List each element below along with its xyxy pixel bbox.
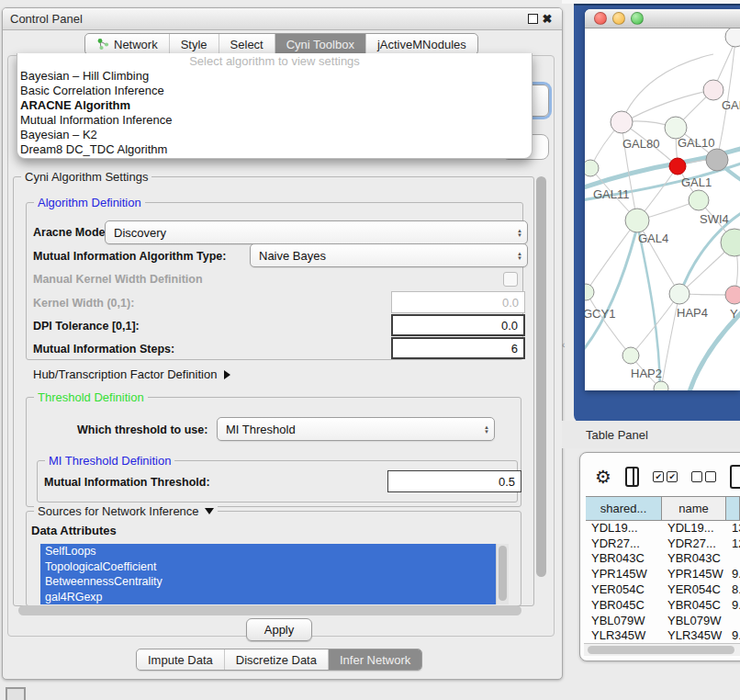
deselect-all-checkboxes-icon[interactable] xyxy=(691,471,716,482)
attribute-item[interactable]: TopologicalCoefficient xyxy=(40,559,499,575)
attribute-item[interactable]: BetweennessCentrality xyxy=(40,574,499,590)
manual-kernel-checkbox[interactable] xyxy=(503,272,518,287)
tab-select[interactable]: Select xyxy=(219,34,275,54)
expanded-arrow-icon xyxy=(205,508,214,514)
network-node[interactable] xyxy=(625,209,649,232)
table-row[interactable]: YBL079WYBL079W xyxy=(586,613,740,628)
table-body: YDL19...YDL19...13YDR27...YDR27...12YBR0… xyxy=(586,520,740,643)
mi-type-combo[interactable]: Naive Bayes ▲▼ xyxy=(250,243,528,267)
table-row[interactable]: YDL19...YDL19...13 xyxy=(586,520,740,536)
tab-impute-data[interactable]: Impute Data xyxy=(137,649,224,670)
network-edge[interactable] xyxy=(637,223,660,390)
sources-title[interactable]: Sources for Network Inference xyxy=(34,504,218,518)
table-row[interactable]: YBR045CYBR045C9. xyxy=(586,597,740,613)
collapsed-panel-icon[interactable] xyxy=(6,687,26,700)
network-node[interactable] xyxy=(622,347,639,364)
which-threshold-combo[interactable]: MI Threshold ▲▼ xyxy=(217,417,495,441)
dpi-tolerance-label: DPI Tolerance [0,1]: xyxy=(33,320,140,333)
table-horizontal-scrollbar[interactable] xyxy=(584,643,740,656)
network-icon xyxy=(96,38,109,51)
combo-arrows-icon: ▲▼ xyxy=(512,229,527,237)
network-node[interactable] xyxy=(611,111,633,133)
apply-button[interactable]: Apply xyxy=(246,618,312,641)
network-node[interactable] xyxy=(669,284,690,304)
splitter-handle[interactable]: ‹ xyxy=(562,340,565,350)
network-node[interactable] xyxy=(669,158,686,175)
tab-network[interactable]: Network xyxy=(85,34,169,54)
network-node[interactable] xyxy=(689,190,709,210)
table-row[interactable]: YER054CYER054C8. xyxy=(586,581,740,597)
column-header[interactable] xyxy=(726,497,740,520)
tab-style[interactable]: Style xyxy=(169,34,219,54)
dropdown-item[interactable]: Basic Correlation Inference xyxy=(17,84,532,98)
network-canvas[interactable]: GAL2GAL80GAL10GAL1GAL11SWI4GAL4GCY1HAP4Y… xyxy=(585,28,740,390)
gear-icon[interactable]: ⚙ xyxy=(595,468,611,486)
minimize-window-icon[interactable] xyxy=(612,12,625,25)
network-node[interactable] xyxy=(703,80,723,100)
data-attributes-list[interactable]: SelfLoopsTopologicalCoefficientBetweenne… xyxy=(40,544,509,604)
table-row[interactable]: YLR345WYLR345W9. xyxy=(586,628,740,643)
table-cell: 9. xyxy=(726,567,740,581)
zoom-window-icon[interactable] xyxy=(631,12,644,25)
table-row[interactable]: YDR27...YDR27...12 xyxy=(586,536,740,551)
attribute-item[interactable]: gal4RGexp xyxy=(40,590,499,605)
algorithm-definition-title: Algorithm Definition xyxy=(34,196,145,209)
network-edge[interactable] xyxy=(586,292,631,356)
table-cell: 12 xyxy=(726,536,740,550)
dpi-tolerance-field[interactable]: 0.0 xyxy=(391,314,525,336)
mi-threshold-label: Mutual Information Threshold: xyxy=(44,476,210,489)
combo-arrows-icon: ▲▼ xyxy=(479,425,494,434)
node-label: HAP4 xyxy=(677,306,708,320)
close-window-icon[interactable] xyxy=(594,12,607,25)
table-column-headers: shared...name xyxy=(586,496,740,521)
float-panel-icon[interactable] xyxy=(525,12,540,27)
tab-cyni-toolbox[interactable]: Cyni Toolbox xyxy=(275,34,365,54)
network-edge[interactable] xyxy=(621,90,713,124)
split-columns-icon[interactable] xyxy=(625,467,639,487)
network-node[interactable] xyxy=(654,381,668,390)
new-table-icon[interactable] xyxy=(730,465,740,489)
list-scrollbar[interactable] xyxy=(496,544,509,604)
hub-definition-toggle[interactable]: Hub/Transcription Factor Definition xyxy=(33,367,230,381)
dropdown-item[interactable]: Bayesian – Hill Climbing xyxy=(17,69,532,84)
network-edge[interactable] xyxy=(621,54,713,124)
network-node[interactable] xyxy=(706,149,728,171)
column-header[interactable]: shared... xyxy=(586,497,662,520)
table-cell: YBR043C xyxy=(662,551,726,565)
mi-type-label: Mutual Information Algorithm Type: xyxy=(33,250,226,263)
kernel-width-field[interactable]: 0.0 xyxy=(391,291,525,313)
tab-discretize-data[interactable]: Discretize Data xyxy=(224,649,328,670)
algorithm-dropdown-list: Select algorithm to view settings Bayesi… xyxy=(17,53,533,159)
select-all-checkboxes-icon[interactable]: ✔✔ xyxy=(653,471,678,482)
network-node[interactable] xyxy=(721,229,740,256)
mi-threshold-field[interactable]: 0.5 xyxy=(387,470,521,492)
settings-vertical-scrollbar[interactable] xyxy=(536,176,546,577)
network-node[interactable] xyxy=(585,284,594,300)
network-node[interactable] xyxy=(725,28,740,47)
column-header[interactable]: name xyxy=(662,497,726,520)
dropdown-item[interactable]: ARACNE Algorithm xyxy=(17,98,532,113)
tab-jactivemnodules[interactable]: jActiveMNodules xyxy=(365,34,477,54)
table-row[interactable]: YPR145WYPR145W9. xyxy=(586,566,740,581)
network-window[interactable]: GAL2GAL80GAL10GAL1GAL11SWI4GAL4GCY1HAP4Y… xyxy=(585,9,740,390)
table-cell: YPR145W xyxy=(586,567,662,581)
dropdown-item[interactable]: Bayesian – K2 xyxy=(17,128,532,142)
network-node[interactable] xyxy=(585,160,599,176)
settings-horizontal-scrollbar[interactable] xyxy=(18,605,521,615)
mi-steps-field[interactable]: 6 xyxy=(391,337,525,359)
close-panel-icon[interactable]: ✖ xyxy=(540,12,555,27)
network-graph: GAL2GAL80GAL10GAL1GAL11SWI4GAL4GCY1HAP4Y… xyxy=(585,28,740,390)
dropdown-item[interactable]: Mutual Information Inference xyxy=(17,113,532,128)
table-panel-title: Table Panel xyxy=(586,428,648,442)
table-cell: YDL19... xyxy=(586,521,662,535)
table-cell: YLR345W xyxy=(662,628,726,642)
aracne-mode-combo[interactable]: Discovery ▲▼ xyxy=(105,220,528,244)
table-row[interactable]: YBR043CYBR043C xyxy=(586,551,740,567)
network-window-titlebar[interactable] xyxy=(585,9,740,28)
node-label: GAL4 xyxy=(638,231,668,245)
tab-infer-network[interactable]: Infer Network xyxy=(328,649,421,670)
attribute-item[interactable]: SelfLoops xyxy=(40,544,499,559)
control-panel-titlebar[interactable]: Control Panel ✖ xyxy=(3,8,562,30)
dropdown-item[interactable]: Dream8 DC_TDC Algorithm xyxy=(17,142,532,157)
network-node[interactable] xyxy=(725,286,740,304)
